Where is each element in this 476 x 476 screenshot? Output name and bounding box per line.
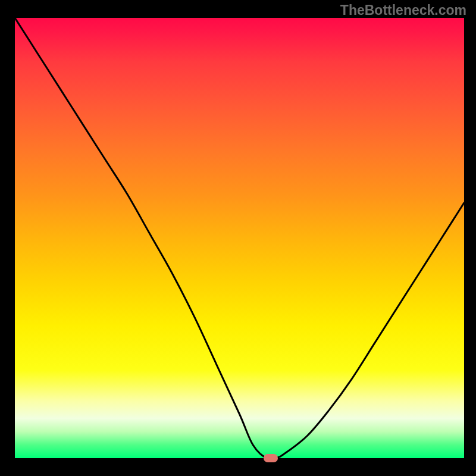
bottleneck-curve (15, 18, 464, 458)
chart-container: TheBottleneck.com (0, 0, 476, 476)
plot-area (15, 18, 464, 458)
optimal-marker-icon (264, 454, 278, 462)
watermark-text: TheBottleneck.com (340, 2, 466, 18)
